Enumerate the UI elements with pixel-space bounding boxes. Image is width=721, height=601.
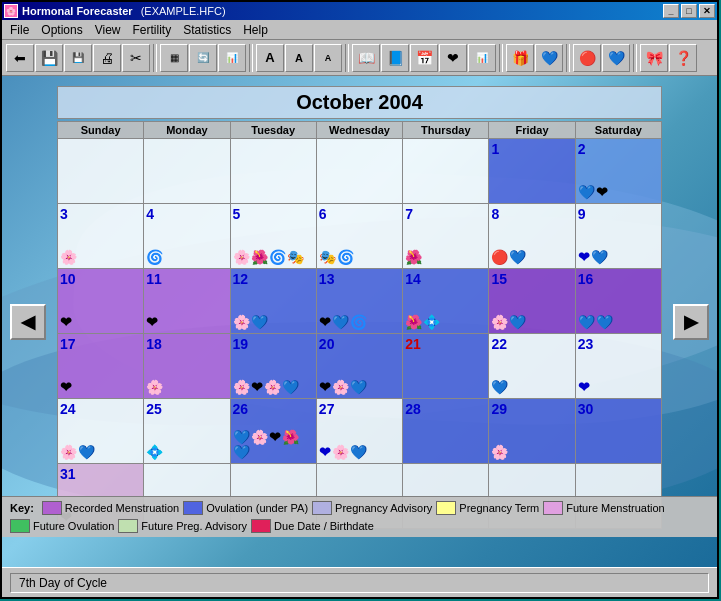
cell-icons: 🔴 💙 — [491, 250, 526, 264]
table-row[interactable]: 21 — [403, 334, 489, 399]
table-row[interactable]: 13 ❤ 💙 🌀 — [316, 269, 402, 334]
table-row[interactable]: 14 🌺 💠 — [403, 269, 489, 334]
table-row[interactable]: 10 ❤ — [58, 269, 144, 334]
day-num: 27 — [319, 401, 400, 417]
cell-icon: 💠 — [146, 445, 163, 459]
cell-icon: ❤ — [60, 380, 72, 394]
tb-heart-btn[interactable]: ❤ — [439, 44, 467, 72]
table-row[interactable] — [144, 139, 230, 204]
tb-back-btn[interactable]: ⬅ — [6, 44, 34, 72]
day-num: 17 — [60, 336, 141, 352]
tb-print-btn[interactable]: 🖨 — [93, 44, 121, 72]
key-text: Future Ovulation — [33, 520, 114, 532]
table-row[interactable]: 27 ❤ 🌸 💙 — [316, 399, 402, 464]
table-row[interactable] — [403, 139, 489, 204]
tb-cut-btn[interactable]: ✂ — [122, 44, 150, 72]
table-row[interactable] — [230, 139, 316, 204]
table-row[interactable]: 16 💙 💙 — [575, 269, 661, 334]
toolbar: ⬅ 💾 💾 🖨 ✂ ▦ 🔄 📊 A A A 📖 📘 📅 ❤ 📊 🎁 💙 🔴 💙 … — [2, 40, 717, 76]
tb-btn6[interactable]: ▦ — [160, 44, 188, 72]
tb-book2-btn[interactable]: 📘 — [381, 44, 409, 72]
day-num: 18 — [146, 336, 227, 352]
key-swatch — [42, 501, 62, 515]
table-row[interactable]: 6 🎭 🌀 — [316, 204, 402, 269]
tb-btn15[interactable]: 💙 — [535, 44, 563, 72]
table-row[interactable]: 28 — [403, 399, 489, 464]
table-row[interactable]: 26 💙 🌸 ❤ 🌺 💙 — [230, 399, 316, 464]
day-num: 16 — [578, 271, 659, 287]
tb-help-btn[interactable]: ❓ — [669, 44, 697, 72]
tb-chart-btn[interactable]: 📊 — [468, 44, 496, 72]
cell-icons: 🌸 🌺 🌀 🎭 — [233, 250, 304, 264]
table-row[interactable]: 1 — [489, 139, 575, 204]
tb-btn3[interactable]: 💾 — [64, 44, 92, 72]
table-row[interactable]: 12 🌸 💙 — [230, 269, 316, 334]
col-sunday: Sunday — [58, 122, 144, 139]
table-row[interactable]: 29 🌸 — [489, 399, 575, 464]
cell-icon: 🌸 — [491, 315, 508, 329]
maximize-button[interactable]: □ — [681, 4, 697, 18]
cell-icon: 🌸 — [491, 445, 508, 459]
table-row[interactable]: 25 💠 — [144, 399, 230, 464]
tb-btn17[interactable]: 💙 — [602, 44, 630, 72]
tb-btn16[interactable]: 🔴 — [573, 44, 601, 72]
table-row[interactable]: 9 ❤ 💙 — [575, 204, 661, 269]
table-row[interactable]: 15 🌸 💙 — [489, 269, 575, 334]
key-swatch — [10, 519, 30, 533]
cell-icon: 🌺 — [251, 250, 268, 264]
table-row[interactable]: 7 🌺 — [403, 204, 489, 269]
table-row[interactable] — [58, 139, 144, 204]
menu-statistics[interactable]: Statistics — [177, 21, 237, 39]
col-tuesday: Tuesday — [230, 122, 316, 139]
tb-btn8[interactable]: 📊 — [218, 44, 246, 72]
minimize-button[interactable]: _ — [663, 4, 679, 18]
prev-month-button[interactable]: ◀ — [10, 304, 46, 340]
tb-sep6 — [633, 44, 637, 72]
table-row[interactable]: 5 🌸 🌺 🌀 🎭 — [230, 204, 316, 269]
menu-file[interactable]: File — [4, 21, 35, 39]
day-num: 20 — [319, 336, 400, 352]
menu-fertility[interactable]: Fertility — [127, 21, 178, 39]
status-text: 7th Day of Cycle — [10, 573, 709, 593]
table-row[interactable]: 19 🌸 ❤ 🌸 💙 — [230, 334, 316, 399]
menu-help[interactable]: Help — [237, 21, 274, 39]
cell-icon: 💙 — [233, 445, 250, 459]
day-num: 23 — [578, 336, 659, 352]
tb-btn18[interactable]: 🎀 — [640, 44, 668, 72]
cell-icon: 💙 — [251, 315, 268, 329]
menu-options[interactable]: Options — [35, 21, 88, 39]
tb-cal-btn[interactable]: 📅 — [410, 44, 438, 72]
tb-text3-btn[interactable]: A — [314, 44, 342, 72]
table-row[interactable]: 2 💙 ❤ — [575, 139, 661, 204]
table-row[interactable]: 17 ❤ — [58, 334, 144, 399]
menu-view[interactable]: View — [89, 21, 127, 39]
week-3: 10 ❤ 11 ❤ 12 🌸 💙 — [58, 269, 662, 334]
table-row[interactable]: 18 🌸 — [144, 334, 230, 399]
table-row[interactable] — [316, 139, 402, 204]
table-row[interactable]: 20 ❤ 🌸 💙 — [316, 334, 402, 399]
day-num: 9 — [578, 206, 659, 222]
tb-btn7[interactable]: 🔄 — [189, 44, 217, 72]
table-row[interactable]: 8 🔴 💙 — [489, 204, 575, 269]
table-row[interactable]: 3 🌸 — [58, 204, 144, 269]
table-row[interactable]: 11 ❤ — [144, 269, 230, 334]
cell-icon: 💙 — [282, 380, 299, 394]
tb-btn14[interactable]: 🎁 — [506, 44, 534, 72]
day-num: 1 — [491, 141, 572, 157]
cell-icon: 💙 — [591, 250, 608, 264]
tb-text-btn[interactable]: A — [256, 44, 284, 72]
tb-text2-btn[interactable]: A — [285, 44, 313, 72]
table-row[interactable]: 22 💙 — [489, 334, 575, 399]
tb-book-btn[interactable]: 📖 — [352, 44, 380, 72]
tb-sep3 — [345, 44, 349, 72]
tb-btn2[interactable]: 💾 — [35, 44, 63, 72]
table-row[interactable]: 30 — [575, 399, 661, 464]
day-num: 6 — [319, 206, 400, 222]
table-row[interactable]: 23 ❤ — [575, 334, 661, 399]
table-row[interactable]: 24 🌸 💙 — [58, 399, 144, 464]
close-button[interactable]: ✕ — [699, 4, 715, 18]
key-text: Future Menstruation — [566, 502, 664, 514]
next-month-button[interactable]: ▶ — [673, 304, 709, 340]
cell-icon: 🌀 — [350, 315, 367, 329]
table-row[interactable]: 4 🌀 — [144, 204, 230, 269]
